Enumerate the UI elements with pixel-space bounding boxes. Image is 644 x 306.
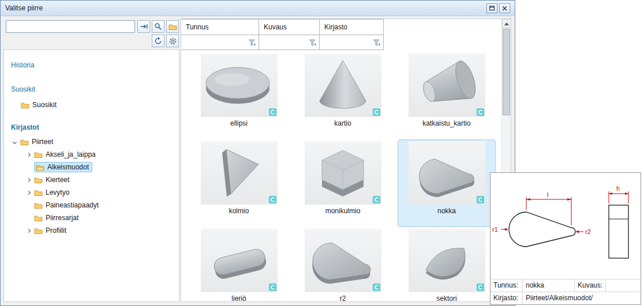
gear-icon	[169, 37, 177, 46]
content-logo-icon	[269, 196, 276, 203]
kartio-shape-image	[305, 54, 381, 117]
sidebar-item-kirjastot[interactable]: Kirjastot	[4, 122, 179, 133]
preview-kuvaus-label: Kuvaus:	[575, 279, 606, 292]
feature-label: kolmio	[190, 207, 287, 215]
ellipsi-shape-image	[201, 54, 278, 117]
sidebar: Historia Suosikit Suosikit Kirjastot Pii…	[3, 18, 179, 302]
content-logo-icon	[373, 284, 380, 291]
feature-item-kartio[interactable]: kartio	[294, 52, 391, 139]
tree-item-label: Kierteet	[46, 176, 69, 184]
list-header: Tunnus Kuvaus Kirjasto	[181, 19, 511, 35]
feature-item-nokka-selected[interactable]: nokka	[398, 140, 495, 226]
window-float-icon	[489, 5, 495, 12]
tree-item-piirresarjat[interactable]: Piirresarjat	[4, 211, 179, 224]
chevron-right-icon[interactable]	[27, 177, 31, 182]
filter-button-tunnus[interactable]	[248, 39, 256, 46]
chevron-right-icon[interactable]	[27, 228, 31, 232]
content-logo-icon	[373, 196, 380, 203]
window-title: Valitse piirre	[5, 4, 43, 12]
feature-label: lieriö	[190, 294, 287, 302]
preview-kirjasto-value: Piirteet/Alkeismuodot/	[523, 292, 641, 304]
chevron-down-icon[interactable]	[13, 139, 17, 143]
sidebar-item-historia[interactable]: Historia	[4, 59, 179, 71]
preview-tunnus-label: Tunnus:	[491, 279, 523, 292]
search-input[interactable]	[6, 20, 135, 33]
dim-r2-label: r2	[585, 228, 591, 235]
tree-item-levytyo[interactable]: Levytyo	[4, 186, 179, 199]
sidebar-item-suosikit[interactable]: Suosikit	[4, 84, 179, 95]
search-go-button[interactable]	[137, 20, 150, 33]
tree-item-piirteet[interactable]: Piirteet	[4, 135, 179, 148]
feature-thumbnail	[201, 54, 278, 117]
r2-shape-image	[305, 229, 381, 292]
selected-tree-item[interactable]: Alkeismuodot	[34, 162, 92, 172]
feature-label: katkaistu_kartio	[398, 119, 495, 127]
tree-item-label: Paineastiapaadyt	[46, 201, 99, 209]
magnifier-icon	[154, 22, 162, 31]
scroll-up-button[interactable]	[502, 19, 511, 28]
kolmio-shape-image	[201, 141, 278, 205]
content-logo-icon	[477, 196, 484, 203]
feature-item-monikulmio[interactable]: monikulmio	[294, 140, 391, 226]
refresh-button[interactable]	[152, 35, 164, 47]
content-logo-icon	[477, 108, 484, 116]
column-header-tunnus[interactable]: Tunnus	[181, 19, 259, 35]
feature-item-kolmio[interactable]: kolmio	[190, 140, 287, 226]
refresh-icon	[154, 37, 162, 45]
feature-item-sektori[interactable]: sektori	[398, 228, 495, 302]
settings-button[interactable]	[166, 35, 179, 47]
float-window-button[interactable]	[486, 3, 497, 13]
feature-thumbnail	[305, 54, 381, 117]
feature-item-r2[interactable]: r2	[294, 228, 391, 302]
content-logo-icon	[477, 284, 484, 291]
dim-h-label: h	[616, 185, 620, 192]
folder-icon	[34, 214, 43, 222]
chevron-right-icon[interactable]	[27, 152, 31, 156]
scrollbar-thumb[interactable]	[503, 29, 510, 115]
feature-thumbnail	[201, 229, 278, 292]
tree-item-alkeismuodot[interactable]: Alkeismuodot	[4, 161, 179, 173]
tree-item-label: Alkeismuodot	[47, 163, 89, 171]
arrow-right-icon	[140, 22, 148, 31]
feature-label: r2	[294, 294, 391, 302]
tree-item-profiilit[interactable]: Profiilit	[4, 224, 179, 237]
tree-item-akseli-ja-laippa[interactable]: Akseli_ja_laippa	[4, 148, 179, 161]
tree-item-label: Piirresarjat	[46, 214, 78, 222]
preview-kuvaus-value	[606, 279, 641, 292]
chevron-right-icon[interactable]	[27, 190, 31, 194]
feature-item-lierio[interactable]: lieriö	[190, 228, 287, 302]
folder-icon	[20, 138, 29, 146]
tree-item-label: Piirteet	[32, 138, 53, 146]
browse-folder-button[interactable]	[166, 20, 179, 33]
filter-button-kuvaus[interactable]	[309, 39, 317, 46]
folder-icon	[34, 176, 43, 184]
title-bar[interactable]: Valitse piirre	[1, 1, 515, 16]
funnel-icon	[373, 39, 381, 46]
filter-button-kirjasto[interactable]	[373, 39, 381, 46]
content-logo-icon	[269, 284, 276, 291]
column-header-kuvaus[interactable]: Kuvaus	[259, 19, 320, 35]
feature-label: ellipsi	[190, 119, 287, 127]
tree-item-kierteet[interactable]: Kierteet	[4, 173, 179, 186]
column-header-kirjasto[interactable]: Kirjasto	[319, 19, 384, 35]
feature-item-katkaistu-kartio[interactable]: katkaistu_kartio	[398, 52, 495, 139]
content-logo-icon	[373, 108, 380, 116]
tree-item-suosikit-folder[interactable]: Suosikit	[4, 99, 179, 111]
tree-item-label: Suosikit	[32, 101, 57, 109]
select-feature-dialog: Valitse piirre	[0, 0, 515, 306]
tree-item-paineastiapaadyt[interactable]: Paineastiapaadyt	[4, 199, 179, 211]
preview-kirjasto-label: Kirjasto:	[491, 292, 523, 304]
tree-item-label: Levytyo	[46, 188, 69, 197]
search-button[interactable]	[152, 20, 164, 33]
feature-thumbnail	[409, 229, 485, 292]
content-logo-icon	[269, 108, 276, 116]
monikulmio-shape-image	[305, 141, 381, 205]
feature-preview-popup: l h r1 r2 Tunnus: nokka Kuvaus: Kirjasto…	[490, 172, 641, 305]
feature-label: nokka	[398, 207, 495, 215]
close-button[interactable]	[499, 3, 510, 13]
funnel-icon	[248, 39, 256, 46]
feature-thumbnail	[305, 229, 381, 292]
feature-item-ellipsi[interactable]: ellipsi	[190, 52, 287, 139]
preview-tunnus-value: nokka	[523, 279, 575, 292]
tree-item-label: Profiilit	[46, 226, 66, 235]
